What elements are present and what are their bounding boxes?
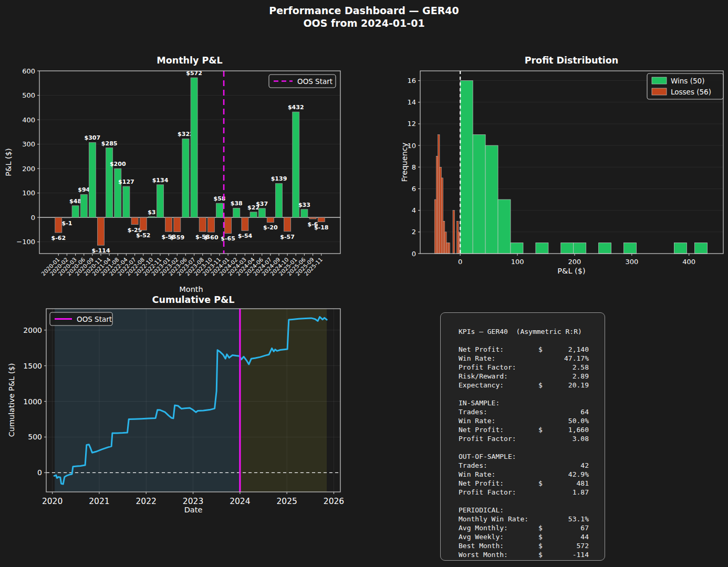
- x-tick-label: 0: [458, 258, 462, 266]
- kpi-label: Avg Monthly:: [459, 523, 538, 532]
- monthly-bar: [55, 217, 62, 233]
- kpi-dollar-sign: [538, 416, 552, 425]
- monthly-bar: [216, 203, 223, 217]
- monthly-bar: [106, 148, 113, 218]
- kpi-section-heading: PERIODICAL:: [459, 506, 589, 514]
- loss-bin: [440, 167, 441, 254]
- kpi-label: Net Profit:: [459, 425, 538, 434]
- charts-canvas: $-62$-1$48$94$307$-114$285$200$127$-29$-…: [0, 0, 728, 567]
- distribution-chart-title: Profit Distribution: [525, 55, 619, 66]
- monthly-bar: [115, 169, 121, 217]
- kpi-dollar-sign: $: [538, 381, 552, 390]
- bar-value-label: $33: [298, 202, 310, 208]
- y-tick-label: 500: [28, 433, 42, 441]
- monthly-bar: [148, 217, 155, 217]
- kpi-label: Risk/Reward:: [459, 372, 538, 381]
- kpi-value: 481: [552, 479, 589, 488]
- kpi-row: Win Rate:47.17%: [459, 354, 589, 363]
- monthly-bar: [123, 186, 130, 217]
- legend-wins-swatch: [652, 77, 667, 84]
- monthly-chart-title: Monthly P&L: [157, 55, 222, 66]
- win-bin: [498, 200, 511, 254]
- kpi-section-heading: IN-SAMPLE:: [459, 398, 589, 407]
- kpi-row: Profit Factor:1.87: [459, 488, 589, 497]
- kpi-label: Trades:: [459, 461, 538, 470]
- y-tick-label: 400: [22, 116, 35, 124]
- kpi-value: 44: [552, 532, 589, 541]
- kpi-value: 42.9%: [552, 470, 589, 479]
- kpi-dollar-sign: [538, 434, 552, 443]
- y-tick-label: 0: [412, 250, 416, 258]
- monthly-bar: [318, 217, 325, 222]
- kpi-dollar-sign: [538, 470, 552, 479]
- monthly-bar: [157, 185, 164, 217]
- y-tick-label: 0: [37, 468, 42, 477]
- monthly-bar: [258, 208, 265, 217]
- loss-bin: [448, 243, 450, 254]
- monthly-bar: [174, 217, 181, 232]
- monthly-bar: [233, 208, 240, 217]
- kpi-dollar-sign: $: [538, 550, 552, 559]
- y-tick-label: 500: [22, 91, 35, 99]
- kpi-dollar-sign: $: [538, 523, 552, 532]
- y-tick-label: 4: [412, 206, 416, 214]
- in-sample-shaded-region: [55, 309, 240, 492]
- kpi-label: Win Rate:: [459, 416, 538, 425]
- legend-wins-label: Wins (50): [671, 77, 704, 85]
- y-tick-label: 600: [22, 67, 35, 75]
- bar-value-label: $285: [101, 140, 118, 147]
- monthly-bar: [80, 194, 87, 217]
- y-tick-label: 6: [412, 185, 416, 193]
- monthly-bar: [250, 212, 257, 217]
- x-tick-label: 2025: [276, 497, 297, 506]
- win-bin: [536, 243, 548, 254]
- kpi-section-gap: [459, 443, 589, 452]
- loss-bin: [436, 156, 438, 254]
- loss-bin: [443, 221, 445, 254]
- monthly-bar: [165, 217, 172, 232]
- suptitle-line-2: OOS from 2024-01-01: [0, 17, 728, 29]
- monthly-bar: [309, 217, 316, 219]
- monthly-bar: [131, 217, 138, 224]
- kpi-dollar-sign: $: [538, 345, 552, 354]
- monthly-bar: [199, 217, 206, 232]
- kpi-section-gap: [459, 497, 589, 506]
- monthly-bar: [72, 206, 79, 217]
- win-bin: [695, 243, 708, 254]
- kpi-panel-title: KPIs — GER40 (Asymmetric R:R): [459, 327, 589, 336]
- win-bin: [485, 145, 498, 254]
- bar-value-label: $127: [118, 178, 134, 185]
- monthly-bar: [242, 217, 248, 230]
- kpi-row: Win Rate:42.9%: [459, 470, 589, 479]
- monthly-bar: [284, 217, 291, 232]
- y-tick-label: 1000: [23, 397, 42, 406]
- kpi-value: 1,660: [552, 425, 589, 434]
- kpi-value: 2,140: [552, 345, 589, 354]
- loss-bin: [434, 200, 436, 254]
- bar-value-label: $-1: [62, 220, 72, 227]
- kpi-label: Win Rate:: [459, 354, 538, 363]
- kpi-value: 53.1%: [552, 514, 589, 523]
- y-tick-label: 8: [412, 163, 416, 171]
- cumulative-xlabel: Date: [184, 506, 203, 514]
- bar-value-label: $200: [110, 161, 126, 167]
- monthly-bar: [207, 217, 214, 232]
- y-tick-label: 14: [407, 98, 416, 106]
- kpi-label: Expectancy:: [459, 381, 538, 390]
- bar-value-label: $38: [231, 200, 243, 207]
- win-bin: [460, 81, 473, 254]
- kpi-row: Win Rate:50.0%: [459, 416, 589, 425]
- x-tick-label: 100: [511, 258, 524, 266]
- bar-value-label: $-57: [280, 234, 295, 240]
- legend-label: OOS Start: [297, 77, 332, 86]
- monthly-bar: [225, 217, 232, 233]
- kpi-dollar-sign: [538, 354, 552, 363]
- monthly-bar: [89, 142, 96, 217]
- x-tick-label: 2023: [183, 497, 203, 506]
- bar-value-label: $-20: [263, 224, 278, 231]
- bar-value-label: $432: [288, 104, 304, 111]
- bar-value-label: $-65: [221, 235, 235, 242]
- dashboard-figure: $-62$-1$48$94$307$-114$285$200$127$-29$-…: [0, 0, 728, 567]
- x-tick-label: 2021: [89, 497, 109, 506]
- monthly-bar: [267, 217, 274, 222]
